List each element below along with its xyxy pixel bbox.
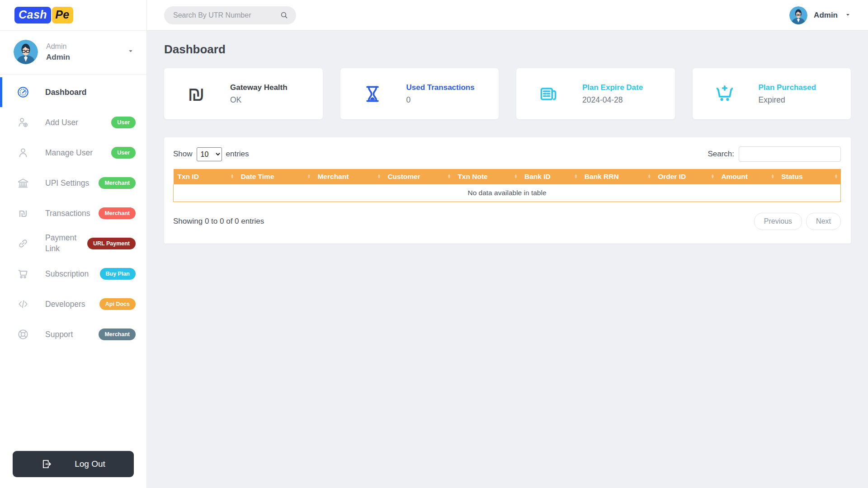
sidebar-item-dashboard[interactable]: Dashboard	[0, 79, 146, 105]
status-badge: Merchant	[99, 328, 136, 340]
profile-names: Admin Admin	[46, 42, 70, 62]
newspaper-icon	[538, 84, 559, 104]
sidebar-menu: Dashboard Add User User	[0, 75, 146, 444]
card-value: 2024-04-28	[582, 95, 643, 105]
person-icon	[16, 146, 30, 160]
bank-icon	[16, 176, 30, 190]
status-badge: Buy Plan	[100, 268, 136, 280]
column-header-merchant[interactable]: Merchant▲▼	[313, 169, 383, 184]
dashboard-gauge-icon	[16, 85, 30, 99]
profile-role: Admin	[46, 53, 70, 62]
app-root: Cash Pe Admin Admin	[0, 0, 868, 488]
table-search-input[interactable]	[739, 146, 841, 162]
card-title: Used Transactions	[406, 83, 475, 92]
sort-icons[interactable]: ▲▼	[711, 174, 714, 179]
cart-icon	[16, 267, 30, 281]
topbar-user-menu[interactable]: Admin	[789, 6, 851, 24]
column-header-bank-id[interactable]: Bank ID▲▼	[520, 169, 580, 184]
hourglass-icon	[362, 84, 383, 104]
page-content: Dashboard ₪ Gateway Health OK	[147, 31, 868, 488]
status-badge: Merchant	[99, 207, 136, 219]
table-search-label: Search:	[708, 150, 734, 159]
sort-icons[interactable]: ▲▼	[514, 174, 518, 179]
logout-button[interactable]: Log Out	[13, 451, 134, 477]
table-controls: Show 10 entries Search:	[173, 146, 841, 162]
sidebar-profile[interactable]: Admin Admin	[0, 31, 146, 75]
logout-label: Log Out	[75, 459, 105, 469]
column-header-order-id[interactable]: Order ID▲▼	[654, 169, 717, 184]
search-icon[interactable]	[279, 10, 289, 20]
card-value: Expired	[759, 95, 816, 105]
page-size-select[interactable]: 10	[197, 147, 222, 161]
topbar-user-name: Admin	[814, 11, 838, 20]
previous-page-button[interactable]: Previous	[754, 213, 802, 230]
status-badge: User	[111, 147, 136, 159]
sidebar-item-subscription[interactable]: Subscription Buy Plan	[0, 261, 146, 287]
empty-message: No data available in table	[174, 184, 841, 202]
logo-row: Cash Pe	[0, 0, 146, 31]
empty-row: No data available in table	[174, 184, 841, 202]
profile-avatar	[14, 40, 38, 64]
sidebar-item-transactions[interactable]: ₪ Transactions Merchant	[0, 200, 146, 226]
status-badge: Api Docs	[99, 298, 136, 310]
sort-icons[interactable]: ▲▼	[447, 174, 451, 179]
sidebar-item-support[interactable]: Support Merchant	[0, 321, 146, 347]
transactions-table: Txn ID▲▼ Date Time▲▼ Merchant▲▼ Customer…	[173, 169, 841, 202]
sort-icons[interactable]: ▲▼	[771, 174, 774, 179]
profile-name: Admin	[46, 42, 70, 51]
sidebar-item-label: Transactions	[45, 209, 90, 218]
sort-icons[interactable]: ▲▼	[574, 174, 578, 179]
card-title: Plan Purchased	[759, 83, 816, 92]
sidebar-item-add-user[interactable]: Add User User	[0, 109, 146, 136]
sidebar-item-label: Subscription	[45, 269, 89, 279]
stat-cards: ₪ Gateway Health OK	[164, 68, 851, 119]
utr-search	[164, 6, 296, 24]
logo-cash-part: Cash	[14, 7, 51, 23]
sidebar-item-label: Support	[45, 330, 73, 339]
column-header-status[interactable]: Status▲▼	[777, 169, 840, 184]
brand-logo[interactable]: Cash Pe	[14, 7, 73, 23]
next-page-button[interactable]: Next	[806, 213, 841, 230]
card-plan-purchased: Plan Purchased Expired	[693, 68, 851, 119]
table-search: Search:	[708, 146, 841, 162]
card-title: Gateway Health	[230, 83, 288, 92]
column-header-txn-note[interactable]: Txn Note▲▼	[453, 169, 520, 184]
table-header-row: Txn ID▲▼ Date Time▲▼ Merchant▲▼ Customer…	[174, 169, 841, 184]
card-gateway-health: ₪ Gateway Health OK	[164, 68, 323, 119]
sort-icons[interactable]: ▲▼	[647, 174, 651, 179]
card-value: 0	[406, 95, 475, 105]
column-header-bank-rrn[interactable]: Bank RRN▲▼	[580, 169, 654, 184]
column-header-amount[interactable]: Amount▲▼	[717, 169, 777, 184]
sidebar-item-label: Developers	[45, 300, 85, 309]
sort-icons[interactable]: ▲▼	[835, 174, 838, 179]
sidebar-item-label: Dashboard	[45, 88, 86, 97]
logo-pe-part: Pe	[52, 7, 73, 23]
status-badge: User	[111, 117, 136, 128]
entries-summary: Showing 0 to 0 of 0 entries	[173, 217, 264, 226]
sidebar-item-upi-settings[interactable]: UPI Settings Merchant	[0, 170, 146, 196]
sort-icons[interactable]: ▲▼	[307, 174, 311, 179]
column-header-txn-id[interactable]: Txn ID▲▼	[174, 169, 237, 184]
column-header-date-time[interactable]: Date Time▲▼	[237, 169, 314, 184]
utr-search-input[interactable]	[173, 11, 279, 19]
sidebar-item-developers[interactable]: Developers Api Docs	[0, 291, 146, 317]
status-badge: Merchant	[99, 177, 136, 189]
main-area: Admin Dashboard ₪ Gateway Health OK	[147, 0, 868, 488]
show-label: Show	[173, 150, 193, 159]
chevron-down-icon	[845, 11, 851, 19]
person-plus-icon	[16, 116, 30, 129]
logout-icon	[41, 458, 53, 470]
sort-icons[interactable]: ▲▼	[231, 174, 234, 179]
sidebar-item-label: Manage User	[45, 148, 93, 158]
card-plan-expire-date: Plan Expire Date 2024-04-28	[516, 68, 675, 119]
link-icon	[16, 237, 30, 250]
sidebar-item-payment-link[interactable]: Payment Link URL Payment	[0, 230, 146, 257]
column-header-customer[interactable]: Customer▲▼	[383, 169, 453, 184]
sort-icons[interactable]: ▲▼	[377, 174, 381, 179]
page-size-control: Show 10 entries	[173, 147, 249, 161]
sidebar-item-manage-user[interactable]: Manage User User	[0, 140, 146, 166]
sidebar-item-label: Add User	[45, 118, 78, 127]
shekel-icon: ₪	[16, 206, 30, 220]
life-ring-icon	[16, 328, 30, 341]
page-title: Dashboard	[164, 42, 851, 56]
